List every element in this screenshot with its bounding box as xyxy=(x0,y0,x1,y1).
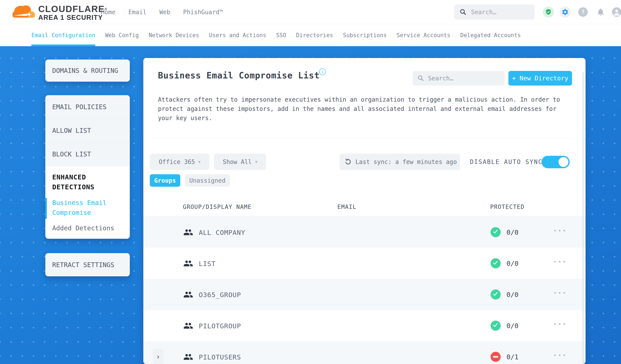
list-search-input[interactable] xyxy=(428,75,497,82)
row-menu-button[interactable]: ••• xyxy=(553,290,567,296)
protected-count: 0/0 xyxy=(506,322,518,329)
sidebar-card-domains: DOMAINS & ROUTING xyxy=(45,60,130,82)
show-filter-select[interactable]: Show All ▾ xyxy=(214,154,266,170)
table-row[interactable]: LIST 0/0 ••• xyxy=(143,248,586,279)
row-menu-button[interactable]: ••• xyxy=(553,352,567,359)
sidebar-card-policies: EMAIL POLICIES ALLOW LIST BLOCK LIST ENH… xyxy=(45,95,130,239)
settings-gear-icon[interactable] xyxy=(560,6,571,17)
not-protected-status-icon xyxy=(491,352,501,362)
table-header: GROUP/DISPLAY NAME EMAIL PROTECTED xyxy=(143,198,586,217)
sidebar-item-business-email-compromise[interactable]: Business Email Compromise xyxy=(52,198,125,218)
tab-sso[interactable]: SSO xyxy=(276,24,286,46)
tab-unassigned[interactable]: Unassigned xyxy=(185,174,230,187)
table-row[interactable]: O365_GROUP 0/0 ••• xyxy=(143,279,586,310)
sidebar-item-allow-list[interactable]: ALLOW LIST xyxy=(45,119,130,142)
table-body: ALL COMPANY 0/0 ••• LIST 0/0 ••• O365_GR… xyxy=(143,217,586,364)
protected-count: 0/0 xyxy=(506,291,518,298)
toggle-knob xyxy=(558,157,568,167)
row-menu-button[interactable]: ••• xyxy=(553,259,567,265)
group-icon xyxy=(183,259,193,268)
group-icon xyxy=(183,227,193,237)
expand-row-button[interactable]: › xyxy=(153,349,164,364)
nav-phishguard[interactable]: PhishGuard™ xyxy=(183,9,223,16)
last-sync-text: Last sync: a few minutes ago xyxy=(355,158,457,165)
brand-name: CLOUDFLARE® xyxy=(38,4,107,14)
list-search[interactable] xyxy=(413,71,504,86)
brand-subtitle: AREA 1 SECURITY xyxy=(38,14,107,21)
protected-status-icon xyxy=(491,227,501,237)
top-header: CLOUDFLARE® AREA 1 SECURITY Home Email W… xyxy=(0,0,621,24)
group-name: O365_GROUP xyxy=(199,291,241,299)
search-icon xyxy=(459,8,467,16)
global-search[interactable] xyxy=(454,4,535,19)
sidebar-item-block-list[interactable]: BLOCK LIST xyxy=(45,142,130,166)
tab-groups[interactable]: Groups xyxy=(150,174,180,187)
tab-users-and-actions[interactable]: Users and Actions xyxy=(209,24,266,46)
sidebar-item-added-detections[interactable]: Added Detections xyxy=(52,223,125,233)
sidebar-item-email-policies[interactable]: EMAIL POLICIES xyxy=(45,95,130,119)
protected-count: 0/1 xyxy=(506,353,518,361)
protected-status-icon xyxy=(491,321,501,331)
auto-sync-label: DISABLE AUTO SYNC xyxy=(470,154,543,170)
primary-nav: Home Email Web PhishGuard™ xyxy=(101,0,223,24)
info-icon[interactable]: i xyxy=(319,68,326,75)
scrollbar[interactable] xyxy=(583,72,584,364)
page-description: Attackers often try to impersonate execu… xyxy=(158,95,569,123)
group-icon xyxy=(183,321,193,331)
sidebar-card-retract: RETRACT SETTINGS xyxy=(45,253,130,276)
nav-web[interactable]: Web xyxy=(159,9,170,16)
minus-icon xyxy=(493,356,498,358)
tab-service-accounts[interactable]: Service Accounts xyxy=(397,24,450,46)
help-icon[interactable]: ? xyxy=(578,7,588,17)
security-shield-icon[interactable] xyxy=(543,6,554,17)
row-menu-button[interactable]: ••• xyxy=(553,227,567,234)
global-search-input[interactable] xyxy=(471,9,527,16)
check-icon xyxy=(493,229,498,234)
group-name: ALL COMPANY xyxy=(199,229,245,236)
directory-select[interactable]: Office 365 ▾ xyxy=(150,154,209,170)
protected-count: 0/0 xyxy=(506,228,518,236)
content-card: Business Email Compromise List i + New D… xyxy=(143,58,586,364)
tab-subscriptions[interactable]: Subscriptions xyxy=(343,24,387,46)
column-protected: PROTECTED xyxy=(490,204,524,210)
nav-home[interactable]: Home xyxy=(101,9,115,16)
secondary-nav: Email Configuration Web Config Network D… xyxy=(0,24,621,46)
enhanced-detections-heading: ENHANCED DETECTIONS xyxy=(52,172,125,192)
group-icon xyxy=(183,290,193,299)
notifications-bell-icon[interactable] xyxy=(595,7,606,17)
sidebar-item-retract-settings[interactable]: RETRACT SETTINGS xyxy=(45,253,130,276)
group-name: LIST xyxy=(199,260,216,268)
table-row[interactable]: PILOTGROUP 0/0 ••• xyxy=(143,310,586,341)
check-icon xyxy=(493,291,498,296)
new-directory-button[interactable]: + New Directory xyxy=(508,71,572,86)
auto-sync-toggle[interactable] xyxy=(541,156,570,168)
check-icon xyxy=(493,322,498,327)
account-avatar-icon[interactable] xyxy=(612,7,621,17)
table-row[interactable]: ALL COMPANY 0/0 ••• xyxy=(143,217,586,248)
tab-directories[interactable]: Directories xyxy=(296,24,333,46)
group-icon xyxy=(183,352,193,362)
chevron-down-icon: ▾ xyxy=(198,159,201,164)
last-sync-status: Last sync: a few minutes ago xyxy=(340,154,460,170)
tab-network-devices[interactable]: Network Devices xyxy=(149,24,199,46)
sidebar-section-enhanced-detections: ENHANCED DETECTIONS Business Email Compr… xyxy=(45,166,130,239)
protected-count: 0/0 xyxy=(506,260,518,267)
tab-email-configuration[interactable]: Email Configuration xyxy=(31,24,95,46)
protected-status-icon xyxy=(491,258,501,268)
table-row[interactable]: › PILOTUSERS 0/1 ••• xyxy=(143,341,586,364)
refresh-icon[interactable] xyxy=(344,158,352,166)
sidebar-item-domains-routing[interactable]: DOMAINS & ROUTING xyxy=(45,60,130,82)
directory-select-value: Office 365 xyxy=(159,158,195,165)
protected-status-icon xyxy=(491,289,501,299)
row-menu-button[interactable]: ••• xyxy=(553,321,567,328)
group-name: PILOTGROUP xyxy=(199,322,241,330)
tab-delegated-accounts[interactable]: Delegated Accounts xyxy=(460,24,521,46)
active-item-indicator xyxy=(45,198,47,219)
nav-email[interactable]: Email xyxy=(128,9,146,16)
page-title: Business Email Compromise List xyxy=(158,70,320,80)
cloudflare-cloud-icon xyxy=(11,2,36,20)
tab-web-config[interactable]: Web Config xyxy=(105,24,139,46)
check-icon xyxy=(493,260,498,265)
cloudflare-logo[interactable]: CLOUDFLARE® AREA 1 SECURITY xyxy=(11,2,107,21)
group-name: PILOTUSERS xyxy=(199,353,241,361)
